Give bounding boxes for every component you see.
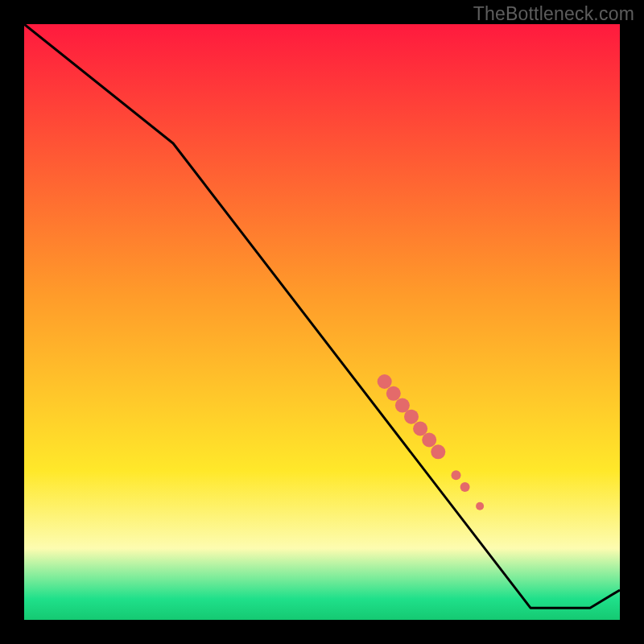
marker-dot: [460, 482, 470, 492]
marker-dot: [386, 386, 401, 401]
data-line: [24, 24, 620, 608]
marker-group: [378, 374, 484, 510]
chart-overlay: [24, 24, 620, 620]
watermark-text: TheBottleneck.com: [473, 3, 634, 25]
marker-dot: [395, 398, 410, 413]
plot-area: [24, 24, 620, 620]
marker-dot: [413, 422, 427, 436]
marker-dot: [452, 470, 461, 480]
chart-stage: TheBottleneck.com: [0, 0, 644, 644]
marker-dot: [476, 502, 484, 510]
marker-dot: [378, 374, 392, 389]
marker-dot: [404, 410, 419, 424]
marker-dot: [431, 444, 445, 459]
marker-dot: [422, 433, 436, 448]
